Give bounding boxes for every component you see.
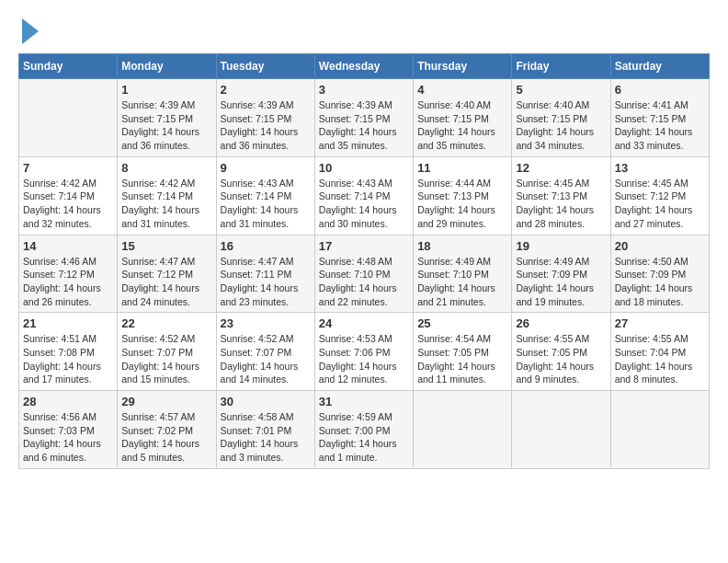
day-info: Sunrise: 4:39 AM Sunset: 7:15 PM Dayligh… [121, 98, 211, 153]
day-info: Sunrise: 4:52 AM Sunset: 7:07 PM Dayligh… [121, 332, 211, 386]
day-info: Sunrise: 4:46 AM Sunset: 7:12 PM Dayligh… [23, 255, 113, 309]
day-info: Sunrise: 4:43 AM Sunset: 7:14 PM Dayligh… [319, 177, 409, 231]
calendar-cell: 3Sunrise: 4:39 AM Sunset: 7:15 PM Daylig… [314, 79, 413, 157]
calendar-cell: 16Sunrise: 4:47 AM Sunset: 7:11 PM Dayli… [216, 235, 314, 313]
day-number: 11 [417, 161, 507, 175]
day-number: 13 [615, 161, 705, 175]
calendar-cell: 30Sunrise: 4:58 AM Sunset: 7:01 PM Dayli… [216, 391, 314, 469]
day-info: Sunrise: 4:47 AM Sunset: 7:11 PM Dayligh… [221, 255, 311, 309]
calendar-week-row: 7Sunrise: 4:42 AM Sunset: 7:14 PM Daylig… [19, 156, 710, 235]
day-number: 31 [319, 395, 409, 408]
weekday-header-row: SundayMondayTuesdayWednesdayThursdayFrid… [19, 54, 710, 79]
day-info: Sunrise: 4:43 AM Sunset: 7:14 PM Dayligh… [221, 177, 311, 231]
calendar-cell: 10Sunrise: 4:43 AM Sunset: 7:14 PM Dayli… [314, 156, 413, 235]
day-info: Sunrise: 4:56 AM Sunset: 7:03 PM Dayligh… [23, 410, 113, 465]
calendar-cell: 28Sunrise: 4:56 AM Sunset: 7:03 PM Dayli… [19, 391, 118, 469]
day-number: 27 [615, 316, 705, 330]
calendar-cell: 8Sunrise: 4:42 AM Sunset: 7:14 PM Daylig… [118, 156, 216, 235]
calendar-cell: 27Sunrise: 4:55 AM Sunset: 7:04 PM Dayli… [610, 313, 709, 391]
day-info: Sunrise: 4:58 AM Sunset: 7:01 PM Dayligh… [221, 410, 311, 465]
day-number: 22 [121, 316, 211, 330]
day-number: 2 [221, 83, 311, 97]
calendar-cell: 4Sunrise: 4:40 AM Sunset: 7:15 PM Daylig… [414, 79, 512, 157]
day-info: Sunrise: 4:55 AM Sunset: 7:04 PM Dayligh… [615, 332, 705, 386]
calendar-cell: 15Sunrise: 4:47 AM Sunset: 7:12 PM Dayli… [118, 235, 216, 313]
calendar-cell: 1Sunrise: 4:39 AM Sunset: 7:15 PM Daylig… [118, 79, 216, 157]
day-info: Sunrise: 4:57 AM Sunset: 7:02 PM Dayligh… [121, 410, 211, 465]
calendar-cell: 20Sunrise: 4:50 AM Sunset: 7:09 PM Dayli… [610, 235, 709, 313]
day-info: Sunrise: 4:48 AM Sunset: 7:10 PM Dayligh… [319, 255, 409, 309]
day-info: Sunrise: 4:50 AM Sunset: 7:09 PM Dayligh… [615, 255, 705, 309]
day-number: 14 [23, 239, 113, 253]
day-info: Sunrise: 4:59 AM Sunset: 7:00 PM Dayligh… [319, 410, 409, 465]
day-number: 25 [417, 316, 507, 330]
day-number: 28 [23, 395, 113, 408]
day-info: Sunrise: 4:52 AM Sunset: 7:07 PM Dayligh… [221, 332, 311, 386]
calendar-cell: 9Sunrise: 4:43 AM Sunset: 7:14 PM Daylig… [216, 156, 314, 235]
day-number: 10 [319, 161, 409, 175]
day-info: Sunrise: 4:53 AM Sunset: 7:06 PM Dayligh… [319, 332, 409, 386]
calendar-week-row: 21Sunrise: 4:51 AM Sunset: 7:08 PM Dayli… [19, 313, 710, 391]
day-number: 30 [221, 395, 311, 408]
calendar-table: SundayMondayTuesdayWednesdayThursdayFrid… [18, 53, 710, 469]
day-number: 15 [121, 239, 211, 253]
weekday-header: Saturday [610, 54, 709, 79]
day-info: Sunrise: 4:54 AM Sunset: 7:05 PM Dayligh… [417, 332, 507, 386]
day-info: Sunrise: 4:41 AM Sunset: 7:15 PM Dayligh… [615, 98, 705, 153]
calendar-cell: 26Sunrise: 4:55 AM Sunset: 7:05 PM Dayli… [512, 313, 610, 391]
calendar-cell: 2Sunrise: 4:39 AM Sunset: 7:15 PM Daylig… [216, 79, 314, 157]
calendar-cell: 17Sunrise: 4:48 AM Sunset: 7:10 PM Dayli… [314, 235, 413, 313]
weekday-header: Thursday [414, 54, 512, 79]
day-number: 4 [417, 83, 507, 97]
calendar-cell [19, 79, 118, 157]
day-number: 21 [23, 316, 113, 330]
calendar-cell: 23Sunrise: 4:52 AM Sunset: 7:07 PM Dayli… [216, 313, 314, 391]
day-number: 3 [319, 83, 409, 97]
calendar-cell: 31Sunrise: 4:59 AM Sunset: 7:00 PM Dayli… [314, 391, 413, 469]
day-number: 5 [516, 83, 606, 97]
calendar-cell: 21Sunrise: 4:51 AM Sunset: 7:08 PM Dayli… [19, 313, 118, 391]
day-number: 24 [319, 316, 409, 330]
day-number: 19 [516, 239, 606, 253]
day-info: Sunrise: 4:45 AM Sunset: 7:12 PM Dayligh… [615, 177, 705, 231]
calendar-cell: 5Sunrise: 4:40 AM Sunset: 7:15 PM Daylig… [512, 79, 610, 157]
day-info: Sunrise: 4:42 AM Sunset: 7:14 PM Dayligh… [23, 177, 113, 231]
calendar-cell: 18Sunrise: 4:49 AM Sunset: 7:10 PM Dayli… [414, 235, 512, 313]
day-info: Sunrise: 4:40 AM Sunset: 7:15 PM Dayligh… [417, 98, 507, 153]
day-info: Sunrise: 4:44 AM Sunset: 7:13 PM Dayligh… [417, 177, 507, 231]
day-number: 29 [121, 395, 211, 408]
day-info: Sunrise: 4:39 AM Sunset: 7:15 PM Dayligh… [221, 98, 311, 153]
calendar-cell: 6Sunrise: 4:41 AM Sunset: 7:15 PM Daylig… [610, 79, 709, 157]
day-info: Sunrise: 4:49 AM Sunset: 7:10 PM Dayligh… [417, 255, 507, 309]
day-number: 23 [221, 316, 311, 330]
weekday-header: Wednesday [314, 54, 413, 79]
day-number: 16 [221, 239, 311, 253]
day-number: 9 [221, 161, 311, 175]
day-info: Sunrise: 4:55 AM Sunset: 7:05 PM Dayligh… [516, 332, 606, 386]
calendar-cell: 24Sunrise: 4:53 AM Sunset: 7:06 PM Dayli… [314, 313, 413, 391]
weekday-header: Sunday [19, 54, 118, 79]
day-info: Sunrise: 4:39 AM Sunset: 7:15 PM Dayligh… [319, 98, 409, 153]
logo-arrow-icon [22, 18, 39, 44]
calendar-cell: 12Sunrise: 4:45 AM Sunset: 7:13 PM Dayli… [512, 156, 610, 235]
calendar-cell [414, 391, 512, 469]
day-info: Sunrise: 4:51 AM Sunset: 7:08 PM Dayligh… [23, 332, 113, 386]
day-number: 26 [516, 316, 606, 330]
calendar-week-row: 28Sunrise: 4:56 AM Sunset: 7:03 PM Dayli… [19, 391, 710, 469]
page-header [18, 18, 710, 44]
weekday-header: Tuesday [216, 54, 314, 79]
day-number: 7 [23, 161, 113, 175]
calendar-cell: 7Sunrise: 4:42 AM Sunset: 7:14 PM Daylig… [19, 156, 118, 235]
day-number: 1 [121, 83, 211, 97]
calendar-cell [512, 391, 610, 469]
weekday-header: Friday [512, 54, 610, 79]
day-number: 12 [516, 161, 606, 175]
calendar-cell: 29Sunrise: 4:57 AM Sunset: 7:02 PM Dayli… [118, 391, 216, 469]
calendar-cell: 11Sunrise: 4:44 AM Sunset: 7:13 PM Dayli… [414, 156, 512, 235]
day-info: Sunrise: 4:49 AM Sunset: 7:09 PM Dayligh… [516, 255, 606, 309]
day-number: 8 [121, 161, 211, 175]
day-number: 6 [615, 83, 705, 97]
calendar-cell: 19Sunrise: 4:49 AM Sunset: 7:09 PM Dayli… [512, 235, 610, 313]
calendar-cell [610, 391, 709, 469]
logo [18, 18, 39, 44]
